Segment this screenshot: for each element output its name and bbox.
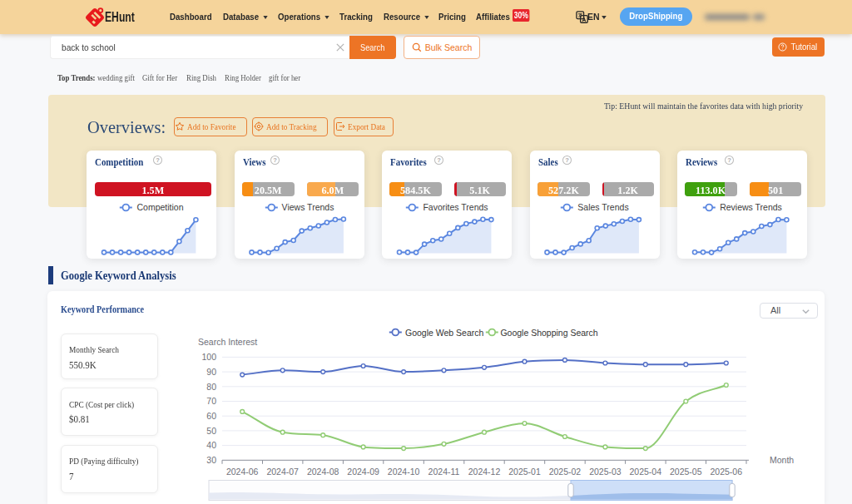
- svg-text:?: ?: [273, 156, 277, 164]
- svg-text:?: ?: [565, 156, 569, 164]
- svg-text:?: ?: [437, 156, 441, 164]
- svg-text:?: ?: [156, 156, 161, 164]
- svg-text:?: ?: [727, 156, 731, 164]
